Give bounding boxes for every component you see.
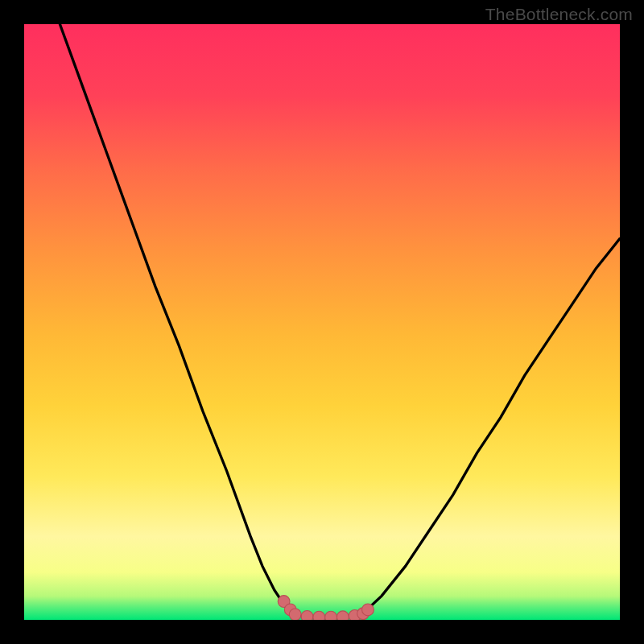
chart-svg — [24, 24, 620, 620]
valley-marker-dot — [289, 609, 301, 620]
plot-area — [24, 24, 620, 620]
outer-black-frame: TheBottleneck.com — [0, 0, 644, 644]
valley-marker-dot — [337, 611, 349, 620]
valley-marker-group — [278, 596, 374, 620]
watermark-text: TheBottleneck.com — [485, 5, 633, 24]
valley-marker-dot — [362, 604, 374, 616]
valley-marker-dot — [301, 611, 313, 620]
valley-marker-dot — [325, 611, 337, 620]
valley-marker-dot — [313, 611, 325, 620]
bottleneck-curve — [60, 24, 620, 617]
curve-left-branch — [60, 24, 292, 614]
curve-right-branch — [364, 238, 620, 613]
